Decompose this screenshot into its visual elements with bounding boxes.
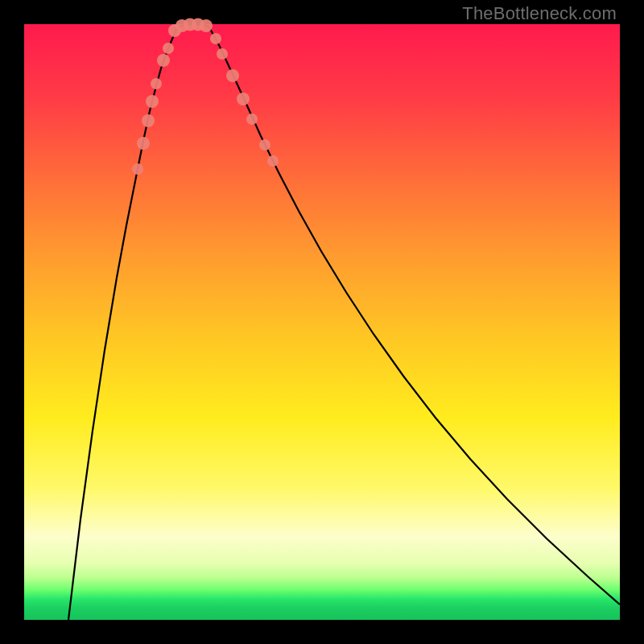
- chart-overlay: [24, 24, 620, 620]
- curve-right-branch: [209, 27, 620, 605]
- data-marker: [226, 69, 239, 82]
- marker-group: [132, 19, 279, 175]
- data-marker: [163, 43, 174, 54]
- data-marker: [259, 139, 270, 151]
- data-marker: [246, 114, 258, 125]
- data-marker: [200, 19, 213, 32]
- data-marker: [237, 93, 250, 105]
- data-marker: [151, 78, 162, 89]
- data-marker: [137, 137, 150, 150]
- watermark-text: TheBottleneck.com: [462, 3, 617, 24]
- data-marker: [146, 95, 159, 108]
- curve-left-branch: [68, 27, 177, 620]
- data-marker: [217, 48, 228, 60]
- data-marker: [157, 54, 170, 67]
- data-marker: [142, 114, 155, 127]
- data-marker: [132, 163, 143, 175]
- data-marker: [210, 33, 221, 44]
- data-marker: [267, 155, 279, 167]
